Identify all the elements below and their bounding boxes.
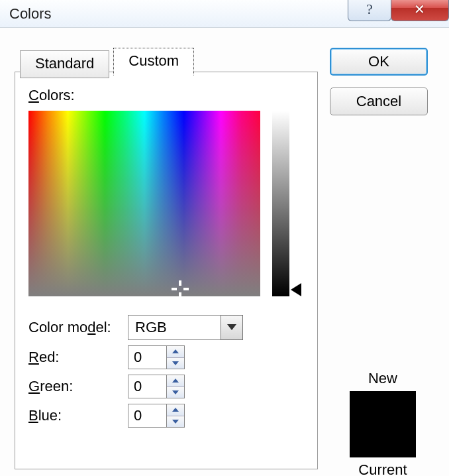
tab-custom[interactable]: Custom (113, 48, 194, 76)
colors-label: Colors: (28, 87, 304, 104)
triangle-up-icon (172, 379, 179, 383)
luminance-slider[interactable] (272, 111, 289, 296)
color-model-combo[interactable]: RGB (128, 315, 243, 340)
triangle-down-icon (172, 361, 179, 365)
triangle-up-icon (172, 408, 179, 412)
red-label: Red: (28, 349, 128, 366)
color-preview: New Current (336, 366, 429, 476)
blue-label: Blue: (28, 407, 128, 424)
red-spinner (128, 345, 185, 369)
svg-marker-1 (172, 349, 179, 353)
dropdown-button[interactable] (221, 315, 243, 340)
svg-marker-4 (172, 390, 179, 394)
green-input[interactable] (128, 375, 166, 398)
color-model-row: Color model: RGB (28, 315, 304, 340)
close-icon: ✕ (414, 1, 426, 17)
green-spin-down[interactable] (167, 387, 184, 398)
new-color-swatch (350, 391, 416, 457)
window-title: Colors (9, 5, 52, 23)
green-row: Green: (28, 375, 304, 398)
custom-panel: Colors: Color model: RGB Re (15, 72, 318, 469)
blue-row: Blue: (28, 404, 304, 428)
svg-marker-2 (172, 361, 179, 365)
red-row: Red: (28, 345, 304, 369)
titlebar: Colors ? ✕ (0, 0, 449, 28)
svg-marker-6 (172, 420, 179, 424)
color-model-value: RGB (128, 315, 221, 340)
tab-standard[interactable]: Standard (20, 50, 109, 78)
client-area: Standard Custom Colors: Color model: RGB (0, 28, 449, 476)
svg-marker-0 (227, 324, 236, 330)
help-icon: ? (366, 1, 373, 18)
red-spin-down[interactable] (167, 358, 184, 369)
chevron-down-icon (227, 324, 236, 331)
svg-marker-3 (172, 379, 179, 383)
red-spin-up[interactable] (167, 346, 184, 358)
color-model-label: Color model: (28, 319, 128, 336)
current-label: Current (336, 461, 429, 476)
green-spinner (128, 375, 185, 398)
triangle-down-icon (172, 390, 179, 394)
luminance-pointer-icon[interactable] (291, 283, 301, 296)
blue-input[interactable] (128, 404, 166, 428)
blue-spin-up[interactable] (167, 404, 184, 416)
color-spectrum[interactable] (28, 111, 260, 296)
green-label: Green: (28, 378, 128, 395)
colors-dialog: Colors ? ✕ Standard Custom Colors: (0, 0, 449, 476)
tabstrip: Standard Custom (20, 48, 198, 76)
new-label: New (336, 370, 429, 387)
help-button[interactable]: ? (348, 0, 391, 21)
triangle-down-icon (172, 420, 179, 424)
red-input[interactable] (128, 345, 166, 369)
blue-spinner (128, 404, 185, 428)
right-column: OK Cancel (330, 48, 436, 127)
ok-button[interactable]: OK (330, 48, 428, 76)
color-area (28, 111, 304, 306)
close-button[interactable]: ✕ (391, 0, 449, 21)
window-buttons: ? ✕ (348, 0, 449, 21)
triangle-up-icon (172, 349, 179, 353)
cancel-button[interactable]: Cancel (330, 88, 428, 115)
svg-marker-5 (172, 408, 179, 412)
blue-spin-down[interactable] (167, 416, 184, 428)
green-spin-up[interactable] (167, 375, 184, 387)
